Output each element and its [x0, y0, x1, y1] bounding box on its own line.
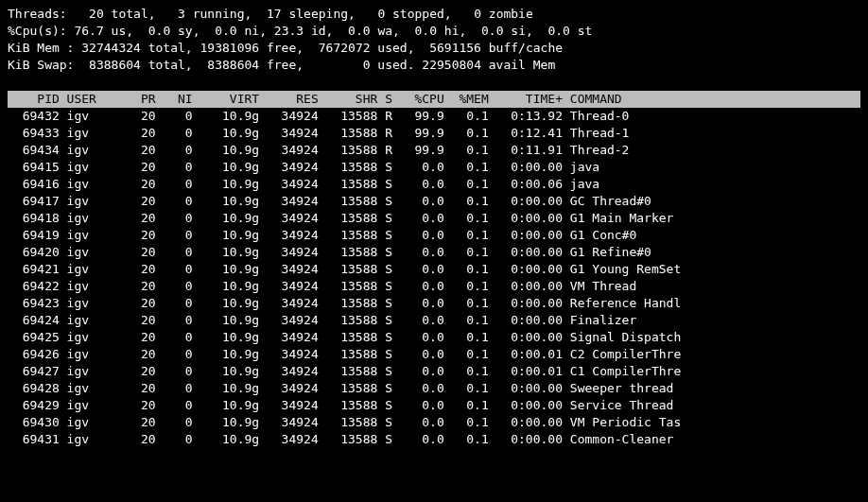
cpu-si: 0.0 si,	[481, 24, 533, 38]
process-row: 69429 igv 20 0 10.9g 34924 13588 S 0.0 0…	[8, 397, 860, 414]
process-row: 69433 igv 20 0 10.9g 34924 13588 R 99.9 …	[8, 125, 860, 142]
process-row: 69432 igv 20 0 10.9g 34924 13588 R 99.9 …	[8, 108, 860, 125]
process-row: 69434 igv 20 0 10.9g 34924 13588 R 99.9 …	[8, 142, 860, 159]
cpu-summary: %Cpu(s): 76.7 us, 0.0 sy, 0.0 ni, 23.3 i…	[8, 23, 860, 40]
mem-buffcache: 5691156 buff/cache	[429, 41, 563, 55]
cpu-st: 0.0 st	[547, 24, 592, 38]
process-table-body: 69432 igv 20 0 10.9g 34924 13588 R 99.9 …	[8, 108, 860, 448]
process-row: 69423 igv 20 0 10.9g 34924 13588 S 0.0 0…	[8, 295, 860, 312]
cpu-id: 23.3 id,	[274, 24, 334, 38]
mem-total: 32744324 total,	[81, 41, 192, 55]
process-row: 69424 igv 20 0 10.9g 34924 13588 S 0.0 0…	[8, 312, 860, 329]
process-row: 69421 igv 20 0 10.9g 34924 13588 S 0.0 0…	[8, 261, 860, 278]
threads-total: 20 total,	[89, 7, 155, 21]
threads-zombie: 0 zombie	[474, 7, 533, 21]
threads-label: Threads:	[8, 7, 67, 21]
threads-running: 3 running,	[178, 7, 252, 21]
process-row: 69420 igv 20 0 10.9g 34924 13588 S 0.0 0…	[8, 244, 860, 261]
cpu-hi: 0.0 hi,	[415, 24, 467, 38]
process-row: 69419 igv 20 0 10.9g 34924 13588 S 0.0 0…	[8, 227, 860, 244]
process-row: 69431 igv 20 0 10.9g 34924 13588 S 0.0 0…	[8, 431, 860, 448]
swap-summary: KiB Swap: 8388604 total, 8388604 free, 0…	[8, 57, 860, 74]
process-row: 69430 igv 20 0 10.9g 34924 13588 S 0.0 0…	[8, 414, 860, 431]
threads-summary: Threads: 20 total, 3 running, 17 sleepin…	[8, 6, 860, 23]
process-row: 69428 igv 20 0 10.9g 34924 13588 S 0.0 0…	[8, 380, 860, 397]
cpu-wa: 0.0 wa,	[348, 24, 400, 38]
threads-stopped: 0 stopped,	[377, 7, 451, 21]
mem-free: 19381096 free,	[200, 41, 304, 55]
process-row: 69426 igv 20 0 10.9g 34924 13588 S 0.0 0…	[8, 346, 860, 363]
process-row: 69422 igv 20 0 10.9g 34924 13588 S 0.0 0…	[8, 278, 860, 295]
cpu-ni: 0.0 ni,	[215, 24, 267, 38]
process-row: 69415 igv 20 0 10.9g 34924 13588 S 0.0 0…	[8, 159, 860, 176]
process-row: 69416 igv 20 0 10.9g 34924 13588 S 0.0 0…	[8, 176, 860, 193]
cpu-sy: 0.0 sy,	[148, 24, 200, 38]
swap-total: 8388604 total,	[89, 58, 193, 72]
process-row: 69427 igv 20 0 10.9g 34924 13588 S 0.0 0…	[8, 363, 860, 380]
mem-summary: KiB Mem : 32744324 total, 19381096 free,…	[8, 40, 860, 57]
swap-used: 0 used.	[363, 58, 415, 72]
process-row: 69425 igv 20 0 10.9g 34924 13588 S 0.0 0…	[8, 329, 860, 346]
terminal-output: Threads: 20 total, 3 running, 17 sleepin…	[0, 0, 868, 454]
threads-sleeping: 17 sleeping,	[267, 7, 356, 21]
cpu-us: 76.7 us,	[74, 24, 133, 38]
mem-used: 7672072 used,	[319, 41, 415, 55]
blank-line	[8, 74, 860, 91]
process-row: 69418 igv 20 0 10.9g 34924 13588 S 0.0 0…	[8, 210, 860, 227]
process-table-header: PID USER PR NI VIRT RES SHR S %CPU %MEM …	[8, 91, 860, 108]
swap-avail: 22950804 avail Mem	[422, 58, 555, 72]
swap-free: 8388604 free,	[207, 58, 304, 72]
swap-label: KiB Swap:	[8, 58, 74, 72]
process-row: 69417 igv 20 0 10.9g 34924 13588 S 0.0 0…	[8, 193, 860, 210]
cpu-label: %Cpu(s):	[8, 24, 67, 38]
mem-label: KiB Mem :	[8, 41, 74, 55]
